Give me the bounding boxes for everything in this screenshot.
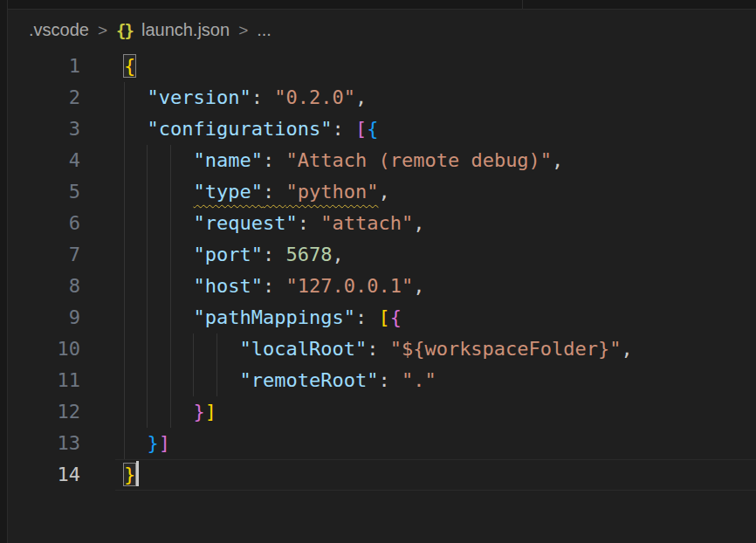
code-line: 4 "name": "Attach (remote debug)", xyxy=(8,145,756,176)
code-line: 9 "pathMappings": [{ xyxy=(8,302,756,333)
code-text[interactable]: }] xyxy=(115,428,756,459)
code-token xyxy=(124,244,193,265)
code-line: 13 }] xyxy=(8,428,756,459)
code-token: "attach" xyxy=(320,212,413,234)
code-text[interactable]: "pathMappings": [{ xyxy=(115,302,756,333)
code-token: , xyxy=(622,338,633,360)
code-token: "configurations" xyxy=(148,118,333,140)
code-token: { xyxy=(367,118,378,140)
line-number[interactable]: 3 xyxy=(8,113,115,145)
code-token: : xyxy=(332,118,355,140)
code-text[interactable]: "remoteRoot": "." xyxy=(115,365,756,396)
line-number[interactable]: 10 xyxy=(8,333,115,365)
code-text[interactable]: "port": 5678, xyxy=(115,239,756,271)
line-number[interactable]: 9 xyxy=(8,302,115,333)
json-file-icon: {} xyxy=(116,21,133,40)
code-token: "port" xyxy=(193,244,262,265)
code-token: [ xyxy=(378,306,389,328)
line-number[interactable]: 12 xyxy=(8,396,115,428)
code-token: : xyxy=(251,86,275,108)
code-token: , xyxy=(552,149,563,171)
code-line: 7 "port": 5678, xyxy=(8,239,756,271)
code-token: } xyxy=(148,432,159,454)
code-token: "Attach (remote debug)" xyxy=(285,149,552,171)
code-token xyxy=(124,149,193,171)
line-number[interactable]: 11 xyxy=(8,365,115,396)
code-token: "version" xyxy=(148,86,251,108)
line-number[interactable]: 4 xyxy=(8,145,115,176)
code-text[interactable]: }] xyxy=(115,396,756,428)
code-text[interactable]: "host": "127.0.0.1", xyxy=(115,271,756,302)
code-token: { xyxy=(390,306,402,328)
code-text[interactable]: "request": "attach", xyxy=(115,208,756,239)
code-text[interactable]: "name": "Attach (remote debug)", xyxy=(115,145,756,176)
breadcrumb-folder[interactable]: .vscode xyxy=(29,20,89,40)
code-token: "localRoot" xyxy=(239,338,367,360)
code-token: , xyxy=(332,244,343,265)
code-line: 6 "request": "attach", xyxy=(8,208,756,239)
code-token xyxy=(124,432,148,454)
code-token: , xyxy=(413,212,424,234)
line-number[interactable]: 8 xyxy=(8,271,115,302)
code-token xyxy=(124,338,239,360)
bracket-match: } xyxy=(124,464,135,485)
code-token: : xyxy=(298,212,321,234)
code-token: "type" xyxy=(193,181,262,203)
line-number[interactable]: 2 xyxy=(8,82,115,113)
code-line: 2 "version": "0.2.0", xyxy=(8,82,756,113)
code-line: 3 "configurations": [{ xyxy=(8,113,756,145)
breadcrumb-symbol-ellipsis[interactable]: ... xyxy=(257,20,271,40)
code-token: "python" xyxy=(285,181,378,203)
code-lines: 1{2 "version": "0.2.0",3 "configurations… xyxy=(8,51,756,491)
code-text[interactable]: } xyxy=(115,459,756,491)
bracket-match: { xyxy=(124,55,135,77)
code-line: 5 "type": "python", xyxy=(8,176,756,208)
code-token xyxy=(124,212,193,234)
code-text[interactable]: { xyxy=(115,51,756,82)
code-token: : xyxy=(263,149,286,171)
code-text[interactable]: "configurations": [{ xyxy=(115,113,756,145)
code-token: : xyxy=(263,244,286,265)
code-text[interactable]: "localRoot": "${workspaceFolder}", xyxy=(115,333,756,365)
breadcrumb: .vscode > {} launch.json > ... xyxy=(8,10,756,51)
code-line: 10 "localRoot": "${workspaceFolder}", xyxy=(8,333,756,365)
code-text[interactable]: "type": "python", xyxy=(115,176,756,208)
chevron-right-icon: > xyxy=(98,21,107,40)
code-token: , xyxy=(355,86,367,108)
line-number[interactable]: 14 xyxy=(8,459,115,491)
tab-bar xyxy=(8,0,756,10)
code-token: , xyxy=(378,181,389,203)
code-token: "host" xyxy=(193,275,262,297)
code-line: 11 "remoteRoot": "." xyxy=(8,365,756,396)
code-token: "." xyxy=(402,369,436,391)
code-token: : xyxy=(378,369,402,391)
line-number[interactable]: 13 xyxy=(8,428,115,459)
code-token: ] xyxy=(205,401,216,423)
line-number[interactable]: 1 xyxy=(8,51,115,82)
breadcrumb-file[interactable]: launch.json xyxy=(141,20,230,40)
code-line: 8 "host": "127.0.0.1", xyxy=(8,271,756,302)
code-token: : xyxy=(355,306,379,328)
editor-pane: .vscode > {} launch.json > ... 1{2 "vers… xyxy=(8,10,756,543)
line-number[interactable]: 7 xyxy=(8,239,115,271)
code-token xyxy=(124,86,148,108)
code-token: [ xyxy=(355,118,367,140)
code-token: : xyxy=(367,338,390,360)
code-token: "0.2.0" xyxy=(274,86,355,108)
line-number[interactable]: 5 xyxy=(8,176,115,208)
code-token xyxy=(124,118,148,140)
code-token xyxy=(124,275,193,297)
code-token: "127.0.0.1" xyxy=(285,275,413,297)
code-text[interactable]: "version": "0.2.0", xyxy=(115,82,756,113)
text-cursor xyxy=(136,461,139,486)
code-token xyxy=(124,181,193,203)
code-token: : xyxy=(263,181,286,203)
code-line: 14} xyxy=(8,459,756,491)
code-token: , xyxy=(413,275,424,297)
line-number[interactable]: 6 xyxy=(8,208,115,239)
code-token xyxy=(124,369,239,391)
chevron-right-icon: > xyxy=(238,21,248,40)
code-token: "${workspaceFolder}" xyxy=(390,338,622,360)
code-line: 1{ xyxy=(8,51,756,82)
code-token: "pathMappings" xyxy=(193,306,354,328)
